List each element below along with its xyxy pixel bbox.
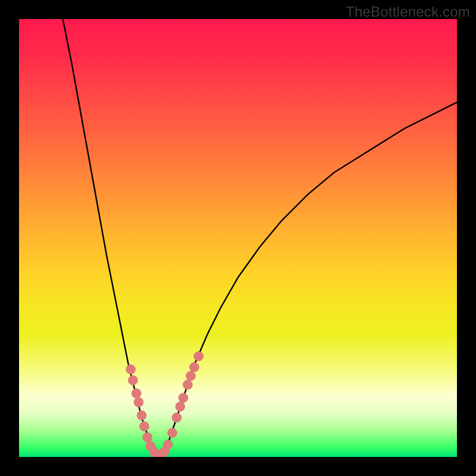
data-point [140,421,149,431]
series-left-curve [63,19,159,457]
plot-area [19,19,457,457]
data-point [189,362,199,372]
data-point [194,352,203,361]
watermark-text: TheBottleneck.com [346,4,470,20]
data-point [168,428,177,438]
chart-frame: TheBottleneck.com [0,0,476,476]
series-right-curve [159,102,457,457]
data-point [163,440,173,449]
data-point [178,393,188,403]
data-point [131,389,141,398]
data-point [183,380,192,390]
data-point [172,413,181,422]
data-point [126,365,136,374]
data-point [134,397,143,407]
data-point [137,411,146,420]
data-point [143,433,152,442]
data-point [176,402,185,411]
data-point [186,371,196,381]
chart-svg [19,19,457,457]
data-point [128,375,137,385]
